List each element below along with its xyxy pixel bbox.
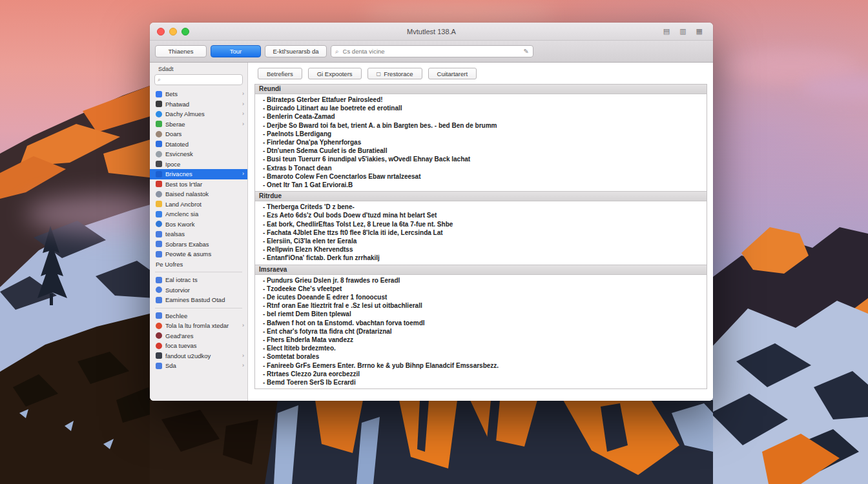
- list-item: Ent char's fotyra tta fidra cht (Dratari…: [263, 327, 701, 336]
- sidebar-item-label: Baised nalastok: [165, 190, 244, 197]
- chevron-right-icon: ›: [242, 323, 244, 328]
- sidebar-item[interactable]: Baised nalastok: [150, 189, 247, 199]
- app-window: Mvtutlest 138.A ▤▥▦ Thiaenes Tour E-ktl'…: [150, 23, 713, 401]
- list-item: Fanireeb GrFs Eemers Enter. Brrno ke & y…: [263, 361, 701, 370]
- sidebar-item[interactable]: Sutorvior: [150, 285, 247, 296]
- sidebar-item[interactable]: Esvicnesk: [150, 149, 247, 159]
- document-icon: ▢: [377, 71, 382, 77]
- tab-button[interactable]: Gi Expooters: [308, 68, 362, 79]
- view-grid-icon[interactable]: ▦: [696, 27, 703, 35]
- sidebar-item-label: Brivacnes: [165, 170, 239, 177]
- list-item: Dtn'unen Sdema Cuulet is de Buratieall: [263, 146, 701, 155]
- doors-icon: [156, 131, 162, 137]
- tab-button[interactable]: ▢Frestorace: [367, 68, 422, 79]
- sidebar-item-label: Land Ancbrot: [165, 201, 244, 208]
- database-icon: [156, 297, 162, 303]
- toolbar-search-input[interactable]: [342, 47, 521, 55]
- sidebar-item[interactable]: Eal iotrac ts: [150, 275, 247, 285]
- sidebar: Sdadt ⌕ Bets›Phatwad›Dachy Almues›Sberae…: [150, 63, 248, 401]
- sidebar-search-input[interactable]: [163, 76, 240, 84]
- shield-icon: [156, 332, 162, 339]
- sidebar-item-label: Sda: [165, 362, 239, 369]
- window-titlebar[interactable]: Mvtutlest 138.A ▤▥▦: [150, 23, 713, 41]
- sidebar-item[interactable]: Eamines Bastud Otad: [150, 295, 247, 305]
- sidebar-item[interactable]: Phatwad›: [150, 99, 247, 110]
- list-item: Busi teun Tuerurr 6 inundipal v5'iakies,…: [263, 155, 701, 163]
- sidebar-item[interactable]: Dachy Almues›: [150, 109, 247, 119]
- sidebar-item-label: Esvicnesk: [165, 150, 244, 157]
- sidebar-item[interactable]: foca tuevas: [150, 341, 247, 351]
- sidebar-item[interactable]: Sberae›: [150, 119, 247, 130]
- sidebar-item[interactable]: tealsas: [150, 229, 247, 239]
- toolbar-button-tour[interactable]: Tour: [211, 45, 261, 57]
- section-header: Reundi: [255, 85, 707, 94]
- sidebar-item-label: tealsas: [165, 230, 244, 237]
- people-icon: [156, 251, 162, 257]
- mail-icon: [156, 181, 162, 187]
- list-item: Benlerin Ceata-Zamad: [263, 112, 701, 121]
- content-section: ReundiBitrateps Gterber Ettafuer Pairosl…: [255, 85, 707, 189]
- window-title: Mvtutlest 138.A: [150, 28, 713, 35]
- traffic-lights: [150, 28, 189, 35]
- sidebar-item[interactable]: Doars: [150, 129, 247, 139]
- zoom-window-button[interactable]: [181, 28, 189, 35]
- sidebar-item[interactable]: Bechlee: [150, 311, 247, 321]
- view-columns-icon[interactable]: ▥: [679, 27, 686, 35]
- sidebar-item[interactable]: Sda›: [150, 361, 247, 371]
- list-item: Finrledar Ona'pa Yphenrforgas: [263, 138, 701, 146]
- sidebar-item-label: Dtatoted: [165, 141, 244, 148]
- filter-tabs: BetrefiersGi Expooters▢FrestoraceCuitart…: [258, 68, 707, 79]
- toolbar-search-field[interactable]: ⌕ ✎: [331, 45, 533, 57]
- toolbar-button-thiaenes[interactable]: Thiaenes: [155, 45, 207, 57]
- toolbar-button-export[interactable]: E-ktl'suerarsb da: [265, 45, 327, 57]
- sidebar-item-label: Best tos lr'tlar: [165, 181, 244, 188]
- sidebar-item[interactable]: Pe Uofres: [150, 259, 247, 270]
- tab-button[interactable]: Cuitartarert: [428, 68, 477, 79]
- minimize-window-button[interactable]: [169, 28, 177, 35]
- sidebar-item[interactable]: fandout u2udkoy›: [150, 351, 247, 361]
- sidebar-item-label: Bets: [165, 90, 239, 97]
- share-icon: [156, 121, 162, 127]
- supervisor-icon: [156, 287, 162, 293]
- list-item: Pundurs Grieu Dslen jr. 8 frawdes ro Eer…: [263, 276, 701, 285]
- sidebar-item[interactable]: Gead'ares: [150, 331, 247, 341]
- sidebar-item[interactable]: Best tos lr'tlar: [150, 179, 247, 190]
- list-item: Fhers Ehderla Mata vandezz: [263, 336, 701, 344]
- sidebar-item[interactable]: Sobrars Exabas: [150, 239, 247, 250]
- list-item: Buircado Litinart au lae boetrete ed ero…: [263, 104, 701, 112]
- list-item: Elersiin, Ci3'la elen ter Eerala: [263, 237, 701, 245]
- globe-icon: [156, 191, 162, 197]
- sidebar-item[interactable]: Peowte & asums: [150, 249, 247, 259]
- tab-label: Gi Expooters: [317, 70, 353, 77]
- folders-icon: [156, 241, 162, 247]
- sidebar-item[interactable]: Amclenc sia: [150, 209, 247, 219]
- section-header: Ritrdue: [255, 191, 707, 201]
- stop-icon: [156, 343, 162, 349]
- list-item: Fachata 4Jblet Ehe ttzs ft0 flee 8'lcla …: [263, 228, 701, 237]
- list-item: De icutes Doeande E edrer 1 fonoocust: [263, 293, 701, 301]
- view-list-icon[interactable]: ▤: [663, 27, 670, 35]
- list-item: Somtetat borales: [263, 352, 701, 361]
- window-body: Sdadt ⌕ Bets›Phatwad›Dachy Almues›Sberae…: [150, 63, 713, 401]
- list-item: Entanf'iOna' fictab. Derk fun zrrhakilj: [263, 254, 701, 262]
- list-item: Ezs Aeto 6ds'z Oul bods Doew d'tuzd mina…: [263, 211, 701, 219]
- sidebar-item[interactable]: Bets›: [150, 89, 247, 99]
- sidebar-item[interactable]: Brivacnes›: [150, 169, 247, 179]
- tab-button[interactable]: Betrefiers: [258, 68, 302, 79]
- close-window-button[interactable]: [157, 28, 165, 35]
- list-item: Elect ltiteb brdezmteo.: [263, 344, 701, 352]
- sidebar-item[interactable]: Bos Kwork: [150, 219, 247, 230]
- sidebar-item-label: Tola la ltu fromla xtedar: [165, 322, 239, 329]
- notes-icon: [156, 91, 162, 97]
- search-icon: ⌕: [158, 76, 161, 83]
- list-item: Bitrateps Gterber Ettafuer Pairosleed!: [263, 96, 701, 104]
- tab-label: Cuitartarert: [437, 70, 468, 77]
- list-item: Bafwen f hot on ta Enstomd. vbachtan for…: [263, 319, 701, 327]
- sidebar-item[interactable]: Land Ancbrot: [150, 199, 247, 210]
- photos-icon: [156, 101, 162, 107]
- sidebar-item[interactable]: Tola la ltu fromla xtedar›: [150, 321, 247, 331]
- sidebar-item[interactable]: Ipoce: [150, 159, 247, 170]
- compose-icon[interactable]: ✎: [524, 48, 529, 55]
- sidebar-item[interactable]: Dtatoted: [150, 139, 247, 150]
- sidebar-search-field[interactable]: ⌕: [154, 74, 243, 85]
